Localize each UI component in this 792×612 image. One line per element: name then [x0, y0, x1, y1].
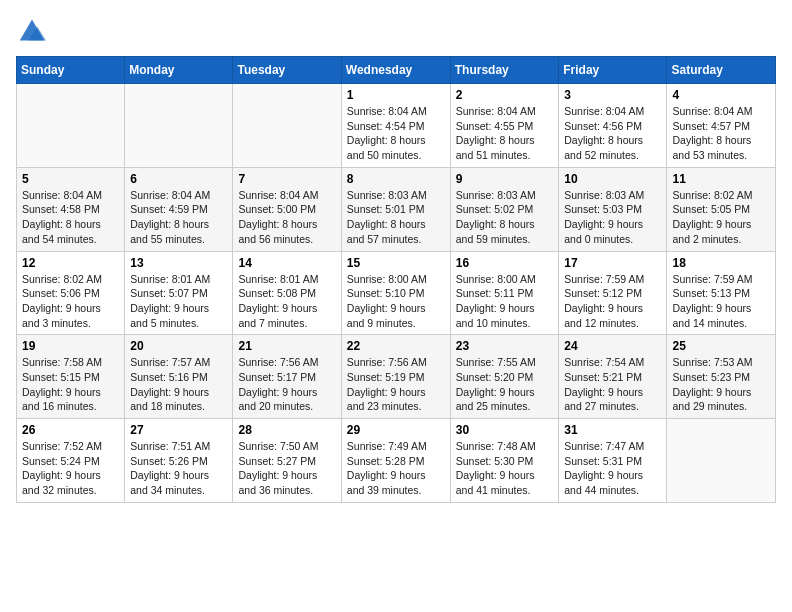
- day-cell: 19Sunrise: 7:58 AM Sunset: 5:15 PM Dayli…: [17, 335, 125, 419]
- day-cell: [233, 84, 341, 168]
- day-cell: 5Sunrise: 8:04 AM Sunset: 4:58 PM Daylig…: [17, 167, 125, 251]
- day-cell: 24Sunrise: 7:54 AM Sunset: 5:21 PM Dayli…: [559, 335, 667, 419]
- day-info: Sunrise: 7:48 AM Sunset: 5:30 PM Dayligh…: [456, 439, 554, 498]
- day-cell: 14Sunrise: 8:01 AM Sunset: 5:08 PM Dayli…: [233, 251, 341, 335]
- day-info: Sunrise: 7:55 AM Sunset: 5:20 PM Dayligh…: [456, 355, 554, 414]
- day-number: 19: [22, 339, 119, 353]
- day-cell: 15Sunrise: 8:00 AM Sunset: 5:10 PM Dayli…: [341, 251, 450, 335]
- header-row: Sunday Monday Tuesday Wednesday Thursday…: [17, 57, 776, 84]
- day-number: 3: [564, 88, 661, 102]
- day-number: 15: [347, 256, 445, 270]
- day-cell: 1Sunrise: 8:04 AM Sunset: 4:54 PM Daylig…: [341, 84, 450, 168]
- day-number: 26: [22, 423, 119, 437]
- day-number: 1: [347, 88, 445, 102]
- header-thursday: Thursday: [450, 57, 559, 84]
- day-info: Sunrise: 7:57 AM Sunset: 5:16 PM Dayligh…: [130, 355, 227, 414]
- day-info: Sunrise: 8:03 AM Sunset: 5:01 PM Dayligh…: [347, 188, 445, 247]
- day-number: 23: [456, 339, 554, 353]
- day-info: Sunrise: 7:56 AM Sunset: 5:17 PM Dayligh…: [238, 355, 335, 414]
- header-saturday: Saturday: [667, 57, 776, 84]
- day-number: 4: [672, 88, 770, 102]
- day-info: Sunrise: 8:00 AM Sunset: 5:11 PM Dayligh…: [456, 272, 554, 331]
- day-number: 6: [130, 172, 227, 186]
- day-cell: 28Sunrise: 7:50 AM Sunset: 5:27 PM Dayli…: [233, 419, 341, 503]
- day-cell: 8Sunrise: 8:03 AM Sunset: 5:01 PM Daylig…: [341, 167, 450, 251]
- day-info: Sunrise: 7:53 AM Sunset: 5:23 PM Dayligh…: [672, 355, 770, 414]
- calendar-table: Sunday Monday Tuesday Wednesday Thursday…: [16, 56, 776, 503]
- day-number: 10: [564, 172, 661, 186]
- day-cell: 4Sunrise: 8:04 AM Sunset: 4:57 PM Daylig…: [667, 84, 776, 168]
- day-cell: 22Sunrise: 7:56 AM Sunset: 5:19 PM Dayli…: [341, 335, 450, 419]
- day-info: Sunrise: 7:52 AM Sunset: 5:24 PM Dayligh…: [22, 439, 119, 498]
- day-number: 16: [456, 256, 554, 270]
- header-wednesday: Wednesday: [341, 57, 450, 84]
- day-number: 22: [347, 339, 445, 353]
- day-info: Sunrise: 8:01 AM Sunset: 5:07 PM Dayligh…: [130, 272, 227, 331]
- day-info: Sunrise: 7:54 AM Sunset: 5:21 PM Dayligh…: [564, 355, 661, 414]
- day-cell: 17Sunrise: 7:59 AM Sunset: 5:12 PM Dayli…: [559, 251, 667, 335]
- day-cell: 12Sunrise: 8:02 AM Sunset: 5:06 PM Dayli…: [17, 251, 125, 335]
- day-cell: 29Sunrise: 7:49 AM Sunset: 5:28 PM Dayli…: [341, 419, 450, 503]
- day-number: 17: [564, 256, 661, 270]
- day-cell: 2Sunrise: 8:04 AM Sunset: 4:55 PM Daylig…: [450, 84, 559, 168]
- day-number: 8: [347, 172, 445, 186]
- day-info: Sunrise: 8:02 AM Sunset: 5:06 PM Dayligh…: [22, 272, 119, 331]
- day-number: 18: [672, 256, 770, 270]
- day-info: Sunrise: 7:59 AM Sunset: 5:13 PM Dayligh…: [672, 272, 770, 331]
- header-friday: Friday: [559, 57, 667, 84]
- day-cell: [125, 84, 233, 168]
- day-info: Sunrise: 7:49 AM Sunset: 5:28 PM Dayligh…: [347, 439, 445, 498]
- calendar-body: 1Sunrise: 8:04 AM Sunset: 4:54 PM Daylig…: [17, 84, 776, 503]
- day-number: 29: [347, 423, 445, 437]
- day-info: Sunrise: 8:04 AM Sunset: 4:57 PM Dayligh…: [672, 104, 770, 163]
- day-number: 28: [238, 423, 335, 437]
- day-cell: 13Sunrise: 8:01 AM Sunset: 5:07 PM Dayli…: [125, 251, 233, 335]
- day-number: 13: [130, 256, 227, 270]
- logo-icon: [16, 16, 48, 44]
- day-info: Sunrise: 8:02 AM Sunset: 5:05 PM Dayligh…: [672, 188, 770, 247]
- day-info: Sunrise: 8:04 AM Sunset: 4:59 PM Dayligh…: [130, 188, 227, 247]
- week-row-3: 12Sunrise: 8:02 AM Sunset: 5:06 PM Dayli…: [17, 251, 776, 335]
- day-cell: 26Sunrise: 7:52 AM Sunset: 5:24 PM Dayli…: [17, 419, 125, 503]
- day-number: 14: [238, 256, 335, 270]
- day-info: Sunrise: 8:00 AM Sunset: 5:10 PM Dayligh…: [347, 272, 445, 331]
- day-cell: 10Sunrise: 8:03 AM Sunset: 5:03 PM Dayli…: [559, 167, 667, 251]
- day-info: Sunrise: 7:51 AM Sunset: 5:26 PM Dayligh…: [130, 439, 227, 498]
- day-info: Sunrise: 8:04 AM Sunset: 4:54 PM Dayligh…: [347, 104, 445, 163]
- day-number: 2: [456, 88, 554, 102]
- day-number: 5: [22, 172, 119, 186]
- day-number: 24: [564, 339, 661, 353]
- day-number: 9: [456, 172, 554, 186]
- day-info: Sunrise: 8:03 AM Sunset: 5:03 PM Dayligh…: [564, 188, 661, 247]
- day-cell: [667, 419, 776, 503]
- day-cell: 30Sunrise: 7:48 AM Sunset: 5:30 PM Dayli…: [450, 419, 559, 503]
- day-cell: 23Sunrise: 7:55 AM Sunset: 5:20 PM Dayli…: [450, 335, 559, 419]
- header-tuesday: Tuesday: [233, 57, 341, 84]
- page-header: [16, 16, 776, 44]
- day-cell: 6Sunrise: 8:04 AM Sunset: 4:59 PM Daylig…: [125, 167, 233, 251]
- day-cell: 18Sunrise: 7:59 AM Sunset: 5:13 PM Dayli…: [667, 251, 776, 335]
- calendar-header: Sunday Monday Tuesday Wednesday Thursday…: [17, 57, 776, 84]
- day-number: 27: [130, 423, 227, 437]
- day-info: Sunrise: 7:59 AM Sunset: 5:12 PM Dayligh…: [564, 272, 661, 331]
- day-info: Sunrise: 8:04 AM Sunset: 4:58 PM Dayligh…: [22, 188, 119, 247]
- header-sunday: Sunday: [17, 57, 125, 84]
- day-info: Sunrise: 8:04 AM Sunset: 4:55 PM Dayligh…: [456, 104, 554, 163]
- day-cell: 31Sunrise: 7:47 AM Sunset: 5:31 PM Dayli…: [559, 419, 667, 503]
- day-number: 11: [672, 172, 770, 186]
- day-cell: 20Sunrise: 7:57 AM Sunset: 5:16 PM Dayli…: [125, 335, 233, 419]
- day-number: 12: [22, 256, 119, 270]
- day-cell: 21Sunrise: 7:56 AM Sunset: 5:17 PM Dayli…: [233, 335, 341, 419]
- header-monday: Monday: [125, 57, 233, 84]
- day-info: Sunrise: 7:50 AM Sunset: 5:27 PM Dayligh…: [238, 439, 335, 498]
- day-cell: 27Sunrise: 7:51 AM Sunset: 5:26 PM Dayli…: [125, 419, 233, 503]
- day-info: Sunrise: 8:01 AM Sunset: 5:08 PM Dayligh…: [238, 272, 335, 331]
- day-info: Sunrise: 7:58 AM Sunset: 5:15 PM Dayligh…: [22, 355, 119, 414]
- day-cell: 25Sunrise: 7:53 AM Sunset: 5:23 PM Dayli…: [667, 335, 776, 419]
- day-cell: [17, 84, 125, 168]
- week-row-4: 19Sunrise: 7:58 AM Sunset: 5:15 PM Dayli…: [17, 335, 776, 419]
- week-row-5: 26Sunrise: 7:52 AM Sunset: 5:24 PM Dayli…: [17, 419, 776, 503]
- day-info: Sunrise: 7:56 AM Sunset: 5:19 PM Dayligh…: [347, 355, 445, 414]
- day-number: 25: [672, 339, 770, 353]
- day-cell: 7Sunrise: 8:04 AM Sunset: 5:00 PM Daylig…: [233, 167, 341, 251]
